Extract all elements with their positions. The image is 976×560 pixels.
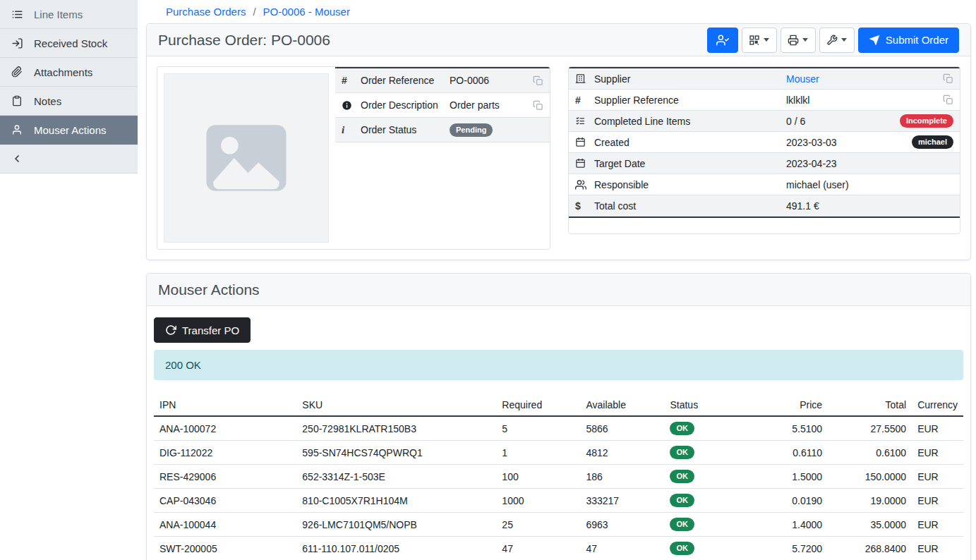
status-ok-badge: OK xyxy=(670,470,694,483)
cell-status: OK xyxy=(664,537,759,560)
cell-currency: EUR xyxy=(912,441,963,465)
image-placeholder-icon xyxy=(205,123,288,193)
order-info-table: # Order Reference PO-0006 Order Descript… xyxy=(335,67,550,249)
cell-ipn: CAP-043046 xyxy=(154,489,296,513)
header-actions: Submit Order xyxy=(707,28,959,53)
detail-label: Target Date xyxy=(594,158,786,169)
sidebar-item-line-items[interactable]: Line Items xyxy=(0,0,138,29)
col-header-required: Required xyxy=(496,394,580,416)
detail-label: Created xyxy=(594,137,786,148)
calendar-icon xyxy=(575,158,594,169)
sidebar-collapse-button[interactable] xyxy=(0,145,138,174)
breadcrumb-purchase-orders-link[interactable]: Purchase Orders xyxy=(166,6,246,18)
status-ok-badge: OK xyxy=(670,446,694,459)
cell-sku: 611-110.107.011/0205 xyxy=(296,537,496,560)
chevron-left-icon xyxy=(11,153,23,164)
purchase-order-panel-header: Purchase Order: PO-0006 xyxy=(147,24,970,56)
breadcrumb: Purchase Orders / PO-0006 - Mouser xyxy=(146,0,971,23)
sidebar-item-label: Received Stock xyxy=(34,37,107,49)
cell-ipn: ANA-100072 xyxy=(154,416,296,441)
detail-row-order-description: Order Description Order parts xyxy=(335,93,550,118)
status-ok-badge: OK xyxy=(670,422,694,435)
sign-in-icon xyxy=(11,37,23,49)
sidebar-item-mouser-actions[interactable]: Mouser Actions xyxy=(0,116,138,145)
cell-price: 1.5000 xyxy=(760,465,828,489)
sidebar-item-label: Notes xyxy=(34,95,61,107)
caret-down-icon xyxy=(764,38,769,42)
supplier-link[interactable]: Mouser xyxy=(786,73,819,85)
sidebar-item-attachments[interactable]: Attachments xyxy=(0,58,138,87)
detail-value: 2023-04-23 xyxy=(786,158,953,169)
detail-row-created: Created 2023-03-03 michael xyxy=(569,132,960,153)
status-alert: 200 OK xyxy=(154,350,963,380)
order-actions-dropdown-button[interactable] xyxy=(819,28,855,53)
user-action-button[interactable] xyxy=(707,28,738,53)
mouser-actions-panel: Mouser Actions Transfer PO 200 OK IPN S xyxy=(146,273,971,560)
detail-label: Responsible xyxy=(594,179,786,190)
detail-value: 0 / 6 xyxy=(786,116,900,127)
cell-available: 6963 xyxy=(580,513,664,537)
sidebar-item-received-stock[interactable]: Received Stock xyxy=(0,29,138,58)
table-row: ANA-100044 926-LMC7101QM5/NOPB 25 6963 O… xyxy=(154,513,963,537)
cell-price: 0.6110 xyxy=(760,441,828,465)
detail-value: PO-0006 xyxy=(450,75,529,86)
detail-value: lklklkl xyxy=(786,95,939,106)
order-image-placeholder[interactable] xyxy=(164,73,329,243)
submit-order-label: Submit Order xyxy=(886,34,948,46)
sidebar-item-label: Mouser Actions xyxy=(34,124,107,136)
copy-icon[interactable] xyxy=(939,95,953,105)
cell-sku: 810-C1005X7R1H104M xyxy=(296,489,496,513)
printer-icon xyxy=(788,35,799,46)
cell-currency: EUR xyxy=(912,537,963,560)
calendar-icon xyxy=(575,137,594,147)
cell-available: 4812 xyxy=(580,441,664,465)
detail-label: Order Status xyxy=(361,124,450,135)
detail-row-order-status: i Order Status Pending xyxy=(335,118,550,142)
send-icon xyxy=(869,35,880,46)
purchase-order-panel: Purchase Order: PO-0006 xyxy=(146,23,971,260)
detail-label: Supplier Reference xyxy=(594,95,786,106)
detail-label: Total cost xyxy=(594,200,786,212)
breadcrumb-current-link[interactable]: PO-0006 - Mouser xyxy=(263,6,350,18)
order-status-badge: Pending xyxy=(450,123,493,137)
info-circle-icon xyxy=(342,100,361,111)
cell-required: 5 xyxy=(496,416,580,441)
transfer-po-label: Transfer PO xyxy=(182,324,239,336)
sidebar: Line Items Received Stock Attachments No… xyxy=(0,0,138,560)
line-items-table: IPN SKU Required Available Status Price … xyxy=(154,394,963,560)
cell-price: 1.4000 xyxy=(760,513,828,537)
col-header-currency: Currency xyxy=(912,394,963,416)
barcode-dropdown-button[interactable] xyxy=(742,28,777,53)
sidebar-item-notes[interactable]: Notes xyxy=(0,87,138,116)
breadcrumb-separator: / xyxy=(253,6,255,18)
cell-status: OK xyxy=(664,489,759,513)
table-row: RES-429006 652-3314Z-1-503E 100 186 OK 1… xyxy=(154,465,963,489)
status-ok-badge: OK xyxy=(670,518,694,531)
detail-label: Completed Line Items xyxy=(594,116,786,127)
detail-label: Order Description xyxy=(361,99,450,111)
cell-currency: EUR xyxy=(912,513,963,537)
detail-row-target-date: Target Date 2023-04-23 xyxy=(569,153,960,174)
cell-price: 5.5100 xyxy=(760,416,828,441)
transfer-po-button[interactable]: Transfer PO xyxy=(154,317,251,343)
info-icon: i xyxy=(342,124,361,136)
cell-ipn: SWT-200005 xyxy=(154,537,296,560)
detail-label: Order Reference xyxy=(361,75,450,86)
detail-row-total-cost: $ Total cost 491.1 € xyxy=(569,195,960,217)
submit-order-button[interactable]: Submit Order xyxy=(858,28,959,53)
hash-icon: # xyxy=(575,95,594,106)
detail-value: Mouser xyxy=(786,73,939,85)
copy-icon[interactable] xyxy=(529,100,543,111)
cell-currency: EUR xyxy=(912,416,963,441)
copy-icon[interactable] xyxy=(939,73,953,84)
order-details-section: # Order Reference PO-0006 Order Descript… xyxy=(147,56,970,260)
qr-code-icon xyxy=(749,35,760,46)
status-ok-badge: OK xyxy=(670,494,694,507)
status-ok-badge: OK xyxy=(670,542,694,555)
print-dropdown-button[interactable] xyxy=(781,28,816,53)
sidebar-item-label: Attachments xyxy=(34,66,92,78)
detail-value: 2023-03-03 xyxy=(786,137,912,148)
cell-ipn: ANA-100044 xyxy=(154,513,296,537)
copy-icon[interactable] xyxy=(529,75,543,86)
cell-status: OK xyxy=(664,465,759,489)
